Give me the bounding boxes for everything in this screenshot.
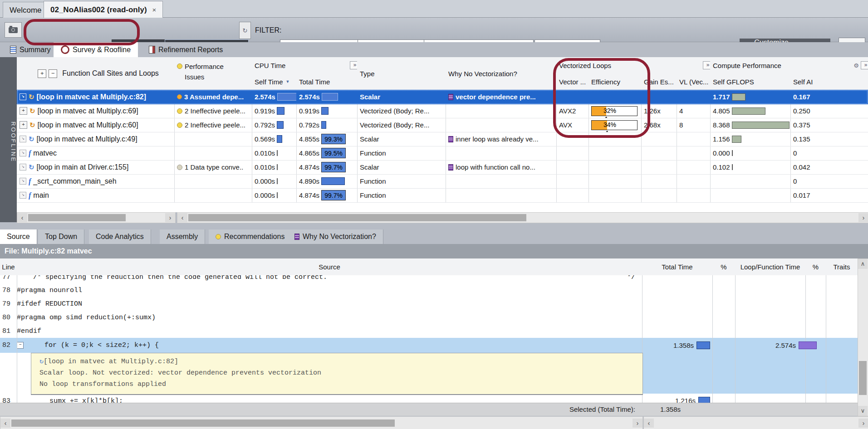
scroll-left-icon[interactable]: ‹ bbox=[17, 213, 27, 222]
collapse-all-button[interactable]: − bbox=[49, 69, 57, 78]
loop-label: [loop in matvec at Multiply.c:60] bbox=[38, 121, 138, 129]
roofline-side-tab[interactable]: ROOFLINE bbox=[0, 57, 17, 222]
tab-assembly[interactable]: Assembly bbox=[160, 229, 205, 244]
metrics-horizontal-scrollbar[interactable]: ‹ › bbox=[643, 416, 868, 429]
vl-value: 4 bbox=[679, 107, 683, 115]
tab-recommendations[interactable]: Recommendations bbox=[209, 229, 292, 244]
source-line-83[interactable]: 83 sumx += x[k]*b[k]; bbox=[0, 394, 858, 403]
line-total-time-cell: 1.358s bbox=[642, 339, 716, 351]
tab-code-analytics[interactable]: Code Analytics bbox=[89, 229, 151, 244]
scroll-left-icon[interactable]: ‹ bbox=[177, 213, 187, 222]
scrollbar-thumb[interactable] bbox=[11, 419, 395, 427]
total-time-cell: 4.865s 99.5% bbox=[296, 146, 357, 160]
issues-cell: 3 Assumed depe... bbox=[174, 90, 252, 104]
tab-summary[interactable]: Summary bbox=[3, 42, 58, 57]
relationship-icon[interactable]: ↘ bbox=[20, 150, 26, 156]
column-header-line[interactable]: Line bbox=[0, 258, 17, 276]
table-row-function-scrt-common-main-seh[interactable]: ↘ f _scrt_common_main_seh 0.000s 4.890s … bbox=[17, 174, 868, 189]
scrollbar-thumb[interactable] bbox=[28, 214, 126, 221]
tab-top-down[interactable]: Top Down bbox=[38, 229, 84, 244]
close-icon[interactable]: × bbox=[152, 6, 157, 14]
snapshot-button[interactable] bbox=[5, 22, 22, 38]
column-header-why-no-vectorization[interactable]: Why No Vectorization? bbox=[446, 57, 562, 90]
column-header-vectorized-loops[interactable]: Vectorized Loops » bbox=[556, 57, 716, 74]
column-header-self-time[interactable]: Self Time ▼ bbox=[252, 73, 302, 90]
scroll-right-icon[interactable]: › bbox=[165, 213, 175, 222]
scroll-left-icon[interactable]: ‹ bbox=[0, 419, 10, 428]
tab-why-no-vectorization[interactable]: Why No Vectorization? bbox=[288, 229, 383, 244]
source-vertical-scrollbar[interactable]: ∧ ∨ bbox=[858, 258, 868, 416]
column-header-self-gflops[interactable]: Self GFLOPS bbox=[710, 73, 796, 90]
tab-source[interactable]: Source bbox=[0, 229, 37, 244]
scroll-up-icon[interactable]: ∧ bbox=[858, 259, 868, 269]
scroll-right-icon[interactable]: › bbox=[858, 419, 868, 428]
relationship-icon[interactable]: ↘ bbox=[20, 192, 26, 199]
table-row-function-main[interactable]: ↘ f main 0.000s 4.874s 99.7% Function 0.… bbox=[17, 188, 868, 203]
scrollbar-thumb[interactable] bbox=[859, 361, 867, 395]
expand-icon[interactable]: + bbox=[20, 121, 27, 129]
tab-welcome[interactable]: Welcome bbox=[3, 2, 49, 18]
clear-filters-button[interactable]: ↻ bbox=[239, 22, 251, 39]
expand-columns-icon[interactable]: » bbox=[861, 61, 868, 69]
efficiency-header-label: Efficiency bbox=[591, 78, 620, 86]
tab-survey-roofline[interactable]: Survey & Roofline bbox=[54, 42, 138, 57]
scroll-down-icon[interactable]: ∨ bbox=[858, 406, 868, 416]
source-line-78[interactable]: 78 #pragma nounroll bbox=[0, 283, 858, 297]
column-header-issues[interactable]: Performance Issues bbox=[174, 57, 258, 95]
tree-cell: ↘ ↻ [loop in main at Driver.c:155] bbox=[17, 160, 174, 174]
column-header-traits[interactable]: Traits bbox=[826, 258, 858, 276]
table-row-loop-multiply-69[interactable]: + ↻ [loop in matvec at Multiply.c:69] 2 … bbox=[17, 104, 868, 118]
scroll-right-icon[interactable]: › bbox=[858, 213, 868, 222]
column-header-type[interactable]: Type bbox=[357, 57, 451, 90]
issues-text: 2 Ineffective peele... bbox=[185, 107, 245, 115]
source-horizontal-scrollbar[interactable]: ‹ › bbox=[0, 416, 643, 429]
scroll-left-icon[interactable]: ‹ bbox=[644, 419, 654, 428]
column-header-tree[interactable]: + − Function Call Sites and Loops bbox=[17, 57, 180, 90]
relationship-icon[interactable]: ↘ bbox=[20, 136, 26, 142]
function-icon: f bbox=[29, 177, 31, 185]
vector-cell: AVX2 bbox=[556, 104, 588, 118]
source-line-77[interactable]: 77 /* specifying the reduction then the … bbox=[0, 275, 858, 283]
expand-icon[interactable]: + bbox=[20, 107, 27, 115]
column-header-loop-function-time[interactable]: Loop/Function Time bbox=[735, 258, 806, 276]
table-row-loop-multiply-49[interactable]: ↘ ↻ [loop in matvec at Multiply.c:49] 0.… bbox=[17, 132, 868, 146]
issues-header-label: Performance Issues bbox=[185, 62, 239, 82]
type-value: Vectorized (Body; Re... bbox=[360, 107, 429, 115]
source-line-79[interactable]: 79 #ifdef REDUCTION bbox=[0, 297, 858, 311]
tab-refinement-reports[interactable]: Refinement Reports bbox=[142, 42, 230, 57]
gflops-value: 1.156 bbox=[713, 135, 730, 143]
total-time-percent-badge: 99.7% bbox=[321, 190, 346, 200]
table-row-function-matvec[interactable]: ↘ f matvec 0.010s 4.865s 99.5% Function … bbox=[17, 146, 868, 161]
relationship-icon[interactable]: ↘ bbox=[20, 164, 26, 171]
column-header-compute-performance[interactable]: Compute Performance ⚙ » bbox=[710, 57, 868, 74]
column-header-cpu-time[interactable]: CPU Time » bbox=[252, 57, 363, 74]
column-header-total-time[interactable]: Total Time bbox=[296, 73, 363, 90]
source-line-80[interactable]: 80 #pragma omp simd reduction(+:sumx) bbox=[0, 311, 858, 324]
gear-icon[interactable]: ⚙ bbox=[853, 62, 859, 69]
selected-total-time-value: 1.358s bbox=[660, 405, 681, 413]
cpu-time-header-label: CPU Time bbox=[255, 62, 285, 69]
grid-horizontal-scrollbar[interactable]: ‹ › bbox=[177, 212, 868, 223]
table-row-loop-driver-155[interactable]: ↘ ↻ [loop in main at Driver.c:155] 1 Dat… bbox=[17, 160, 868, 175]
expand-all-button[interactable]: + bbox=[38, 69, 46, 78]
column-header-percent-1[interactable]: % bbox=[712, 258, 736, 276]
tab-result[interactable]: 02_NoAlias002 (read-only) × bbox=[44, 1, 163, 18]
relationship-icon[interactable]: ↘ bbox=[20, 93, 26, 100]
column-header-self-ai[interactable]: Self AI bbox=[790, 73, 868, 90]
scroll-right-icon[interactable]: › bbox=[633, 419, 642, 428]
lightbulb-icon bbox=[177, 108, 182, 114]
collapse-icon[interactable]: − bbox=[17, 342, 24, 349]
gflops-value: 1.717 bbox=[713, 93, 730, 101]
tree-horizontal-scrollbar[interactable]: ‹ › bbox=[17, 212, 176, 223]
scrollbar-thumb[interactable] bbox=[188, 214, 526, 221]
table-row-loop-multiply-82[interactable]: ↘ ↻ [loop in matvec at Multiply.c:82] 3 … bbox=[17, 90, 868, 104]
column-header-efficiency[interactable]: Efficiency bbox=[588, 73, 647, 90]
source-line-81[interactable]: 81 #endif bbox=[0, 324, 858, 338]
table-row-loop-multiply-60[interactable]: + ↻ [loop in matvec at Multiply.c:60] 2 … bbox=[17, 118, 868, 132]
vector-header-label: Vector ... bbox=[559, 78, 586, 86]
column-header-percent-2[interactable]: % bbox=[805, 258, 826, 276]
relationship-icon[interactable]: ↘ bbox=[20, 178, 26, 185]
column-header-bottom-total-time[interactable]: Total Time bbox=[642, 258, 713, 276]
column-header-source[interactable]: Source bbox=[17, 258, 642, 276]
code-text: sumx += x[k]*b[k]; bbox=[17, 397, 123, 403]
